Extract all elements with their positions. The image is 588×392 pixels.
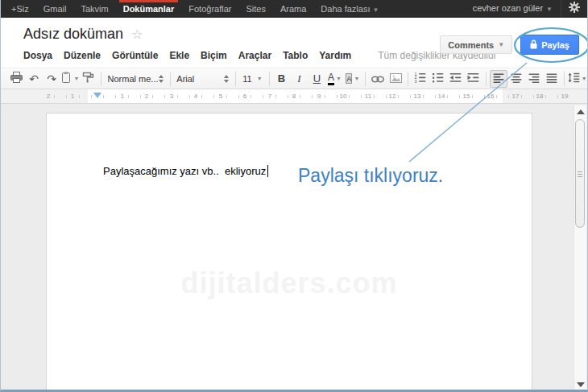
redo-button[interactable]: ↷ (43, 70, 60, 88)
menu-duzenle[interactable]: Düzenle (58, 50, 106, 61)
italic-button[interactable]: I (290, 70, 308, 88)
numbered-list-icon: 1 2 3 (414, 72, 426, 86)
topbar-item-dokumanlar[interactable]: Dokümanlar (116, 0, 182, 18)
align-right-icon (528, 72, 540, 86)
bold-button[interactable]: B (272, 70, 290, 88)
decrease-indent-icon (449, 72, 462, 86)
line-spacing-button[interactable]: ▼ (567, 70, 587, 88)
ruler-mark: 1 (69, 93, 76, 100)
document-area: dijitalders.com Paylaşacağımız yazı vb..… (1, 104, 587, 391)
bulleted-list-button[interactable] (429, 70, 447, 88)
toolbar-separator (170, 72, 171, 86)
align-center-button[interactable] (507, 70, 525, 88)
styles-value: Normal me... (108, 74, 159, 84)
ruler-mark: 4 (193, 93, 199, 100)
insert-link-button[interactable] (369, 70, 387, 88)
font-size-value: 11 (242, 74, 251, 84)
topbar-item-takvim[interactable]: Takvim (73, 0, 115, 18)
gear-icon (568, 1, 581, 17)
toolbar-separator (486, 72, 487, 86)
redo-icon: ↷ (47, 73, 56, 85)
paint-format-icon (82, 72, 94, 86)
account-menu[interactable]: cevher ozan güler▼ (465, 0, 561, 19)
menu-goruntule[interactable]: Görüntüle (106, 50, 164, 61)
font-value: Arial (176, 74, 194, 84)
document-text[interactable]: Paylaşacağımız yazı vb.. ekliyoruz (103, 165, 268, 177)
highlight-color-button[interactable]: A ▼ (343, 70, 362, 88)
bold-icon: B (278, 72, 285, 85)
ruler-mark: 2 (45, 93, 52, 100)
insert-image-button[interactable] (387, 70, 404, 88)
topbar-item-daha-fazlasi[interactable]: Daha fazlası▼ (313, 0, 386, 18)
formatting-toolbar: ↶ ↷ ▼ Normal me... (1, 68, 587, 89)
spinner-icon (159, 75, 164, 83)
print-icon (10, 72, 23, 86)
font-dropdown[interactable]: Arial (173, 70, 232, 88)
menu-yardim[interactable]: Yardım (313, 50, 357, 61)
comments-button[interactable]: Comments ▼ (440, 35, 512, 54)
spinner-icon (224, 75, 229, 83)
toolbar-separator (365, 72, 366, 86)
topbar-item-fotograflar[interactable]: Fotoğraflar (181, 0, 238, 18)
topbar-item-plus-siz[interactable]: +Siz (4, 0, 36, 18)
document-text-content: Paylaşacağımız yazı vb.. ekliyoruz (103, 165, 266, 177)
align-left-icon (493, 72, 504, 86)
ruler-mark: 16 (486, 93, 496, 100)
scroll-down-arrow-icon[interactable] (577, 382, 585, 387)
align-right-button[interactable] (525, 70, 543, 88)
menu-dosya[interactable]: Dosya (18, 50, 58, 61)
ruler-indent-marker[interactable] (93, 93, 101, 98)
paste-icon (60, 72, 72, 86)
topbar-item-gmail[interactable]: Gmail (36, 0, 74, 18)
undo-button[interactable]: ↶ (25, 70, 43, 88)
header-buttons: Comments ▼ Paylaş (440, 35, 579, 55)
scrollbar-grip-icon (578, 171, 582, 177)
document-editor[interactable]: dijitalders.com Paylaşacağımız yazı vb..… (46, 113, 532, 391)
print-button[interactable] (7, 70, 25, 88)
image-icon (390, 72, 402, 86)
share-button[interactable]: Paylaş (520, 35, 579, 55)
document-title[interactable]: Adsız doküman (23, 26, 123, 43)
google-bar: +Siz Gmail Takvim Dokümanlar Fotoğraflar… (1, 0, 587, 18)
text-color-icon: A (328, 72, 334, 85)
vertical-scrollbar[interactable] (574, 105, 586, 390)
align-center-icon (511, 72, 522, 86)
topbar-right: cevher ozan güler▼ (465, 0, 587, 18)
chevron-down-icon: ▼ (373, 6, 379, 14)
styles-dropdown[interactable]: Normal me... (105, 70, 167, 88)
menu-araclar[interactable]: Araçlar (233, 50, 277, 61)
align-left-button[interactable] (490, 70, 507, 88)
numbered-list-button[interactable]: 1 2 3 (412, 70, 429, 88)
ruler-mark: 1 (119, 93, 126, 100)
topbar-item-sites[interactable]: Sites (238, 0, 272, 18)
undo-icon: ↶ (29, 73, 39, 85)
star-outline-icon[interactable]: ☆ (131, 27, 143, 42)
paint-format-button[interactable] (80, 70, 97, 88)
increase-indent-button[interactable] (465, 70, 482, 88)
chevron-down-icon: ▼ (354, 76, 359, 81)
gear-button[interactable] (561, 0, 587, 18)
ruler-mark: 5 (217, 93, 224, 100)
menu-tablo[interactable]: Tablo (277, 50, 313, 61)
text-color-button[interactable]: A ▼ (325, 70, 343, 88)
account-name: cevher ozan güler (473, 3, 543, 13)
text-cursor (267, 165, 268, 177)
lock-icon (530, 39, 537, 51)
font-size-dropdown[interactable]: 11 ▼ (239, 70, 265, 88)
menu-ekle[interactable]: Ekle (164, 50, 195, 61)
decrease-indent-button[interactable] (447, 70, 465, 88)
chevron-down-icon: ▼ (546, 6, 553, 13)
ruler: 2112345678910111213141516171819 (1, 89, 587, 104)
underline-button[interactable]: U (308, 70, 325, 88)
topbar-item-arama[interactable]: Arama (273, 0, 313, 18)
scroll-up-arrow-icon[interactable] (577, 109, 585, 114)
topbar-item-label: Daha fazlası (321, 4, 370, 14)
justify-button[interactable] (543, 70, 561, 88)
chevron-down-icon: ▼ (582, 76, 587, 81)
paste-button[interactable]: ▼ (60, 70, 80, 88)
toolbar-separator (269, 72, 270, 86)
ruler-mark: 15 (462, 93, 472, 100)
menu-bicim[interactable]: Biçim (195, 50, 233, 61)
scrollbar-thumb[interactable] (575, 119, 585, 228)
ruler-mark: 6 (242, 93, 248, 100)
